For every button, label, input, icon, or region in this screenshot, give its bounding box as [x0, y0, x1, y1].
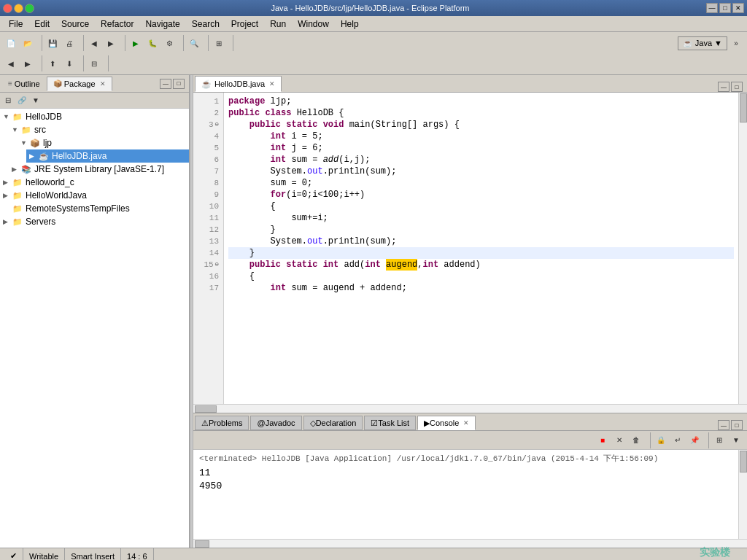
close-button[interactable] [3, 4, 12, 13]
tree-item-hellojdb[interactable]: ▼ 📁 HelloJDB [0, 110, 189, 123]
open-console-btn[interactable]: ⊞ [711, 432, 727, 448]
editor-tab-close[interactable]: ✕ [269, 80, 275, 88]
back-button[interactable]: ◀ [3, 55, 19, 71]
console-horizontal-scroll[interactable] [193, 539, 747, 548]
window-controls[interactable] [3, 4, 34, 13]
pin-console-btn[interactable]: 📌 [686, 432, 703, 448]
collapse-all-button[interactable]: ⊟ [86, 55, 102, 71]
sidebar-maximize-btn[interactable]: □ [173, 79, 185, 89]
expand-src[interactable]: ▼ [12, 126, 20, 133]
editor-vertical-scrollbar[interactable] [738, 93, 747, 404]
perspective-java-button[interactable]: ☕ Java ▼ [678, 36, 727, 50]
new-button[interactable]: 📄 [3, 35, 19, 51]
prev-edit-button[interactable]: ◀ [86, 35, 102, 51]
tab-declaration-label: Declaration [316, 419, 357, 427]
expand-helloworldjava[interactable]: ▶ [3, 192, 12, 199]
external-tools-button[interactable]: ⚙ [161, 35, 177, 51]
tab-package-label: Package [64, 79, 96, 88]
label-jre: JRE System Library [JavaSE-1.7] [34, 164, 164, 174]
menu-navigate[interactable]: Navigate [139, 18, 185, 31]
console-h-scroll-thumb[interactable] [195, 540, 209, 548]
console-tab-close[interactable]: ✕ [463, 419, 469, 427]
menu-edit[interactable]: Edit [28, 18, 55, 31]
perspective-arrow: ▼ [714, 39, 722, 47]
forward-button[interactable]: ▶ [20, 55, 36, 71]
tree-item-jre[interactable]: ▶ 📚 JRE System Library [JavaSE-1.7] [9, 163, 189, 176]
editor-horizontal-scroll[interactable] [193, 404, 747, 413]
run-button[interactable]: ▶ [128, 35, 144, 51]
link-editor-btn[interactable]: 🔗 [15, 94, 28, 107]
code-line-8: sum = 0; [228, 177, 734, 189]
search-button[interactable]: 🔍 [186, 35, 202, 51]
console-scrollbar-thumb[interactable] [740, 451, 747, 472]
console-minimize-btn[interactable]: — [718, 420, 729, 430]
expand-helloworld-c[interactable]: ▶ [3, 179, 12, 186]
package-icon: 📦 [53, 79, 62, 88]
menu-search[interactable]: Search [186, 18, 225, 31]
sidebar-tree[interactable]: ▼ 📁 HelloJDB ▼ 📁 src ▼ 📦 ljp [0, 109, 189, 548]
tree-item-remotesystems[interactable]: ▶ 📁 RemoteSystemsTempFiles [0, 202, 189, 215]
menu-run[interactable]: Run [264, 18, 292, 31]
print-button[interactable]: 🖨 [61, 35, 77, 51]
line-num-6: 6 [193, 154, 223, 166]
minimize-button[interactable] [14, 4, 23, 13]
console-maximize-btn[interactable]: □ [731, 420, 743, 430]
sidebar-minimize-btn[interactable]: — [160, 79, 171, 89]
tree-item-helloworldjava[interactable]: ▶ 📁 HelloWorldJava [0, 189, 189, 202]
maximize-button[interactable] [25, 4, 34, 13]
perspective-open-button[interactable]: ⊞ [211, 35, 227, 51]
menu-project[interactable]: Project [225, 18, 264, 31]
tree-item-hellojdb-java[interactable]: ▶ ☕ HelloJDB.java [26, 149, 189, 163]
debug-button[interactable]: 🐛 [144, 35, 160, 51]
package-tab-close[interactable]: ✕ [100, 80, 106, 88]
editor-maximize-btn[interactable]: □ [731, 82, 743, 92]
code-editor[interactable]: 1 2 3⊖ 4 5 6 7 8 9 10 11 12 13 14 15⊖ 16 [193, 93, 747, 404]
expand-jre[interactable]: ▶ [12, 166, 20, 173]
word-wrap-btn[interactable]: ↵ [670, 432, 686, 448]
expand-servers[interactable]: ▶ [3, 218, 12, 225]
code-line-1: package ljp; [228, 96, 734, 107]
editor-tab-hellojdb[interactable]: ☕ HelloJDB.java ✕ [195, 76, 282, 92]
tab-javadoc[interactable]: @ Javadoc [250, 416, 301, 430]
save-button[interactable]: 💾 [44, 35, 61, 51]
win-close-btn[interactable]: ✕ [732, 3, 744, 13]
next-annotation[interactable]: ⬇ [61, 55, 77, 71]
expand-hellojdb[interactable]: ▼ [3, 113, 12, 120]
prev-annotation[interactable]: ⬆ [44, 55, 61, 71]
scrollbar-thumb[interactable] [740, 93, 747, 122]
tree-item-ljp[interactable]: ▼ 📦 ljp [18, 136, 189, 149]
next-edit-button[interactable]: ▶ [103, 35, 119, 51]
menu-window[interactable]: Window [292, 18, 335, 31]
terminate-btn[interactable]: ■ [595, 432, 611, 448]
open-button[interactable]: 📂 [20, 35, 36, 51]
h-scroll-thumb[interactable] [195, 405, 217, 413]
tree-menu-btn[interactable]: ▼ [29, 94, 42, 107]
tree-item-helloworld-c[interactable]: ▶ 📁 helloworld_c [0, 176, 189, 189]
expand-ljp[interactable]: ▼ [20, 139, 29, 147]
tree-item-src[interactable]: ▼ 📁 src [9, 123, 189, 136]
console-content[interactable]: <terminated> HelloJDB [Java Application]… [193, 450, 738, 539]
tree-item-servers[interactable]: ▶ 📁 Servers [0, 215, 189, 228]
menu-refactor[interactable]: Refactor [95, 18, 139, 31]
console-vertical-scrollbar[interactable] [738, 450, 747, 539]
tab-problems[interactable]: ⚠ Problems [195, 416, 249, 430]
menu-file[interactable]: File [3, 18, 28, 31]
scroll-lock-btn[interactable]: 🔒 [653, 432, 669, 448]
menu-source[interactable]: Source [55, 18, 95, 31]
tab-package[interactable]: 📦 Package ✕ [47, 77, 112, 91]
editor-minimize-btn[interactable]: — [718, 82, 729, 92]
console-menu-btn[interactable]: ▼ [728, 432, 744, 448]
code-content[interactable]: package ljp; public class HelloDB { publ… [224, 93, 738, 404]
tab-declaration[interactable]: ◇ Declaration [303, 416, 363, 430]
menu-help[interactable]: Help [335, 18, 365, 31]
win-restore-btn[interactable]: □ [719, 3, 731, 13]
perspective-menu-button[interactable]: » [728, 35, 744, 51]
clear-console-btn[interactable]: 🗑 [628, 432, 644, 448]
remove-terminated-btn[interactable]: ✕ [611, 432, 627, 448]
expand-hellojdb-java[interactable]: ▶ [29, 152, 38, 160]
win-minimize-btn[interactable]: — [706, 3, 718, 13]
tab-outline[interactable]: ≡ Outline [1, 77, 47, 91]
tab-console[interactable]: ▶ Console ✕ [417, 416, 476, 430]
collapse-tree-btn[interactable]: ⊟ [1, 94, 15, 107]
tab-tasklist[interactable]: ☑ Task List [364, 416, 416, 430]
